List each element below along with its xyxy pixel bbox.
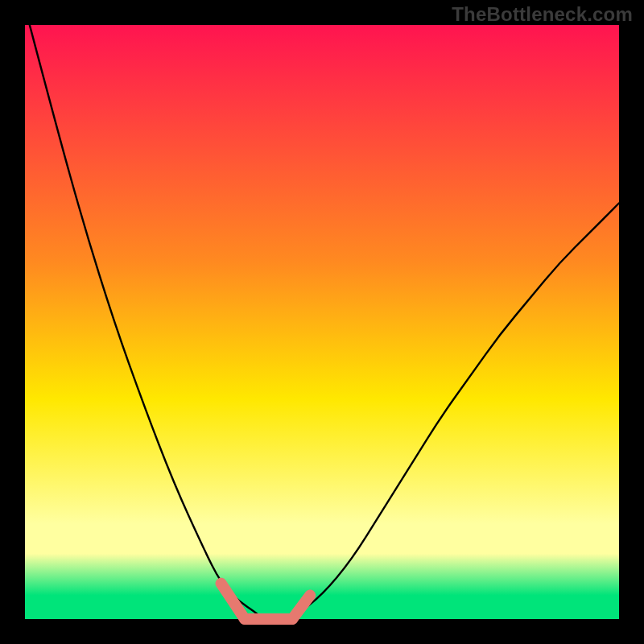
watermark-text: TheBottleneck.com xyxy=(452,3,633,26)
chart-stage: TheBottleneck.com xyxy=(0,0,644,644)
chart-svg xyxy=(0,0,644,644)
